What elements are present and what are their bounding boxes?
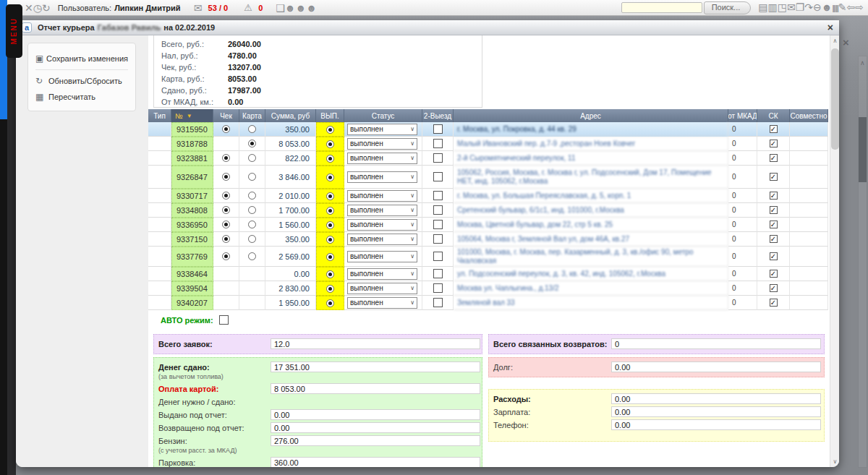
done-radio[interactable] [326, 236, 334, 244]
card-radio[interactable] [248, 173, 256, 181]
table-row[interactable]: 9323881822.00выполнен∨2-й Сыромятнически… [148, 151, 828, 166]
second-trip-checkbox[interactable] [433, 269, 443, 278]
table-row[interactable]: 93395042 830.00выполнен∨Москва ул. Чаплы… [148, 281, 828, 296]
check-radio[interactable] [222, 154, 230, 162]
close-icon[interactable]: × [827, 22, 833, 33]
card-radio[interactable] [248, 192, 256, 200]
column-header-10[interactable]: от МКАД [728, 109, 757, 122]
person-add-icon[interactable]: ☻ [306, 2, 317, 14]
status-select[interactable]: выполнен∨ [347, 190, 417, 202]
status-select[interactable]: выполнен∨ [347, 138, 417, 150]
documents-icon[interactable]: ▤ [758, 1, 767, 13]
table-row[interactable]: 93268473 846.00выполнен∨105062, Россия, … [148, 166, 828, 189]
status-select[interactable]: выполнен∨ [347, 283, 417, 294]
column-header-7[interactable]: Статус [344, 109, 422, 122]
warning-count[interactable]: 0 [258, 4, 263, 12]
status-select[interactable]: выполнен∨ [347, 124, 417, 135]
done-radio[interactable] [326, 126, 334, 134]
card-radio[interactable] [248, 140, 256, 147]
column-header-4[interactable]: Карта [239, 109, 265, 122]
total-orders-input[interactable]: 12.0 [271, 338, 480, 349]
mail-count[interactable]: 53 / 0 [208, 4, 229, 12]
done-radio[interactable] [326, 270, 334, 278]
done-radio[interactable] [326, 221, 334, 229]
column-header-5[interactable]: Сумма, руб [265, 109, 316, 122]
mail-icon[interactable]: ✉ [191, 1, 205, 15]
printer-icon[interactable]: ▥ [768, 1, 778, 13]
done-radio[interactable] [326, 299, 334, 307]
auto-mode-checkbox[interactable] [219, 315, 229, 325]
money-input[interactable]: 360.00 [271, 457, 480, 467]
money-input[interactable]: 0.00 [271, 422, 480, 433]
card-radio[interactable] [248, 206, 256, 214]
refresh-button[interactable]: ↻Обновить/Сбросить [34, 73, 129, 89]
sk-checkbox[interactable]: ✓ [770, 299, 778, 307]
back-icon[interactable]: ⇦ [847, 1, 856, 13]
column-header-6[interactable]: ВЫП. [316, 109, 344, 122]
second-trip-checkbox[interactable] [433, 172, 443, 181]
sk-checkbox[interactable]: ✓ [770, 154, 778, 162]
refresh-icon[interactable]: ↻ [42, 2, 51, 14]
second-trip-checkbox[interactable] [433, 205, 443, 215]
card-radio[interactable] [248, 125, 256, 133]
done-radio[interactable] [326, 174, 334, 181]
clock-icon[interactable]: ◷ [33, 2, 42, 14]
users-icon[interactable]: ☻ [285, 2, 296, 14]
status-select[interactable]: выполнен∨ [347, 297, 417, 309]
second-trip-checkbox[interactable] [433, 139, 443, 148]
sk-checkbox[interactable]: ✓ [770, 270, 778, 278]
group-icon[interactable]: ☻ [296, 2, 307, 14]
done-radio[interactable] [326, 140, 334, 148]
table-row[interactable]: 93377692 569.00выполнен∨101000, Москва, … [148, 247, 828, 267]
dialog-scrollbar[interactable]: ∧ ∨ [830, 35, 839, 467]
column-header-11[interactable]: СК [757, 109, 790, 122]
card-radio[interactable] [248, 252, 256, 260]
stop-icon[interactable]: ⊖ [813, 1, 822, 13]
scrollbar-thumb[interactable] [831, 48, 839, 150]
card-radio[interactable] [248, 154, 256, 162]
sk-checkbox[interactable]: ✓ [770, 140, 778, 147]
status-select[interactable]: выполнен∨ [347, 153, 417, 164]
sk-checkbox[interactable]: ✓ [770, 206, 778, 214]
status-select[interactable]: выполнен∨ [347, 171, 417, 183]
money-input[interactable]: 276.00 [271, 435, 480, 446]
second-trip-checkbox[interactable] [433, 234, 443, 244]
done-radio[interactable] [326, 285, 334, 293]
warning-icon[interactable]: ⚠ [241, 1, 255, 15]
status-select[interactable]: выполнен∨ [347, 219, 417, 231]
column-header-2[interactable]: №▼ [171, 109, 213, 122]
status-select[interactable]: выполнен∨ [347, 234, 417, 245]
sk-checkbox[interactable]: ✓ [770, 192, 778, 200]
table-row[interactable]: 9337150350.00выполнен∨105064, Москва г, … [148, 232, 828, 247]
card-radio[interactable] [248, 221, 256, 228]
returns-input[interactable]: 0 [611, 338, 821, 349]
table-row[interactable]: 93307172 010.00выполнен∨г. Москва, ул. Б… [148, 189, 828, 203]
second-trip-checkbox[interactable] [433, 191, 443, 200]
forward-icon[interactable]: ⇨ [855, 1, 864, 13]
recalc-button[interactable]: ▦Пересчитать [34, 89, 129, 105]
send-mail-icon[interactable]: ✉ [787, 1, 796, 13]
scroll-up-icon[interactable]: ∧ [830, 38, 839, 44]
done-radio[interactable] [326, 155, 334, 163]
status-select[interactable]: выполнен∨ [347, 268, 417, 280]
table-row[interactable]: 93187888 053.00выполнен∨Малый Ивановский… [148, 137, 828, 151]
copy-icon[interactable]: ❐ [796, 1, 805, 13]
column-header-1[interactable]: Тип [148, 109, 171, 122]
done-radio[interactable] [326, 192, 334, 200]
check-radio[interactable] [222, 221, 230, 228]
chat-icon[interactable]: ❑ [276, 2, 285, 14]
sk-checkbox[interactable]: ✓ [770, 235, 778, 243]
edit-document-icon[interactable]: ✎ [838, 1, 847, 13]
search-button[interactable]: Поиск... [704, 1, 752, 14]
sk-checkbox[interactable]: ✓ [770, 173, 778, 181]
check-radio[interactable] [222, 206, 230, 214]
check-radio[interactable] [222, 235, 230, 243]
sk-checkbox[interactable]: ✓ [770, 284, 778, 292]
check-radio[interactable] [222, 192, 230, 200]
money-input[interactable]: 17 351.00 [271, 361, 480, 372]
done-radio[interactable] [326, 253, 334, 261]
sync-icon[interactable]: ↷ [804, 1, 813, 13]
expense-input[interactable]: 0.00 [611, 419, 821, 430]
sk-checkbox[interactable]: ✓ [770, 125, 778, 133]
second-trip-checkbox[interactable] [433, 283, 443, 293]
